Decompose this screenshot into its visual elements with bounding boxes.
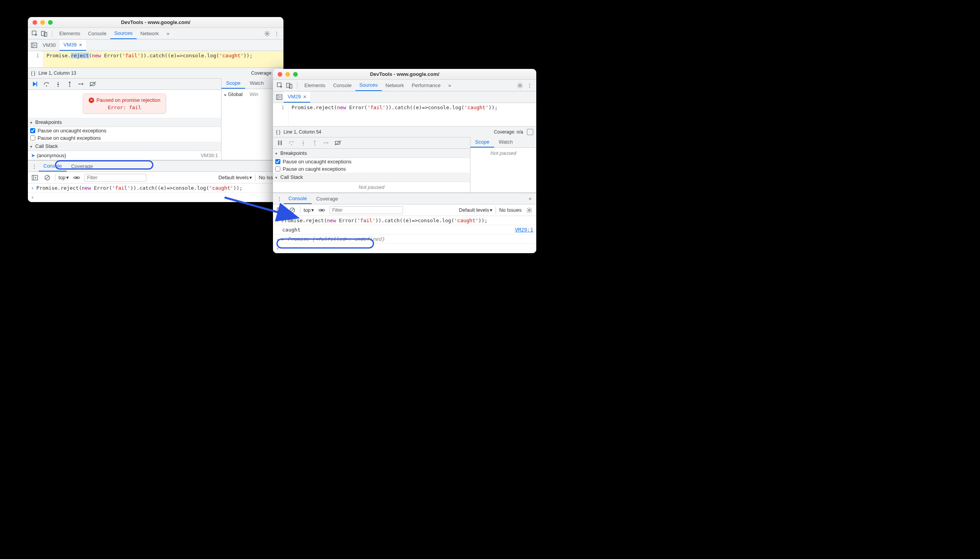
inspect-icon[interactable] bbox=[275, 81, 285, 90]
kebab-icon[interactable]: ⋮ bbox=[525, 81, 534, 90]
navigator-toggle-icon[interactable] bbox=[275, 93, 284, 102]
device-toggle-icon[interactable] bbox=[285, 81, 294, 90]
code-editor[interactable]: 1 Promise.reject(new Error('fail')).catc… bbox=[273, 103, 536, 126]
file-tab-vm29[interactable]: VM29 × bbox=[284, 92, 310, 103]
expand-icon[interactable] bbox=[281, 236, 285, 242]
context-selector[interactable]: top ▾ bbox=[58, 175, 69, 180]
console-sidebar-toggle-icon[interactable] bbox=[30, 173, 39, 182]
inspect-icon[interactable] bbox=[30, 29, 39, 38]
format-icon[interactable]: { } bbox=[31, 70, 35, 76]
filter-input[interactable] bbox=[84, 174, 146, 182]
callstack-header[interactable]: Call Stack bbox=[273, 173, 470, 182]
script-link[interactable]: VM29:1 bbox=[515, 227, 533, 233]
log-levels-selector[interactable]: Default levels ▾ bbox=[459, 207, 493, 213]
bp-caught-checkbox[interactable] bbox=[275, 166, 280, 171]
breakpoints-header[interactable]: Breakpoints bbox=[273, 149, 470, 158]
tabs-overflow[interactable]: » bbox=[163, 28, 173, 39]
svg-point-16 bbox=[69, 86, 70, 87]
close-dot[interactable] bbox=[33, 20, 37, 25]
tab-network[interactable]: Network bbox=[382, 80, 408, 91]
console-sidebar-toggle-icon[interactable] bbox=[275, 206, 285, 215]
drawer-console-tab[interactable]: Console bbox=[284, 194, 312, 204]
tab-console[interactable]: Console bbox=[329, 80, 355, 91]
filter-input[interactable] bbox=[330, 206, 403, 214]
drawer-kebab-icon[interactable]: ⋮ bbox=[275, 194, 284, 203]
file-tab-vm39[interactable]: VM39 × bbox=[60, 40, 86, 51]
deactivate-breakpoints-button[interactable] bbox=[333, 138, 343, 147]
tab-elements[interactable]: Elements bbox=[300, 80, 329, 91]
tab-network[interactable]: Network bbox=[137, 28, 163, 39]
scope-tab[interactable]: Scope bbox=[221, 78, 245, 89]
watch-tab[interactable]: Watch bbox=[494, 137, 517, 147]
step-into-button[interactable] bbox=[53, 79, 63, 89]
live-expression-icon[interactable] bbox=[317, 206, 326, 215]
bp-uncaught-checkbox[interactable] bbox=[275, 159, 280, 164]
chevron-down-icon: ▾ bbox=[311, 207, 314, 213]
drawer-console-tab[interactable]: Console bbox=[39, 161, 67, 171]
minimize-dot[interactable] bbox=[40, 20, 45, 25]
tab-performance[interactable]: Performance bbox=[408, 80, 444, 91]
tab-sources[interactable]: Sources bbox=[355, 80, 382, 91]
step-button[interactable] bbox=[77, 79, 86, 89]
maximize-dot[interactable] bbox=[48, 20, 53, 25]
frame-location[interactable]: VM39:1 bbox=[201, 153, 218, 158]
watch-tab[interactable]: Watch bbox=[245, 78, 268, 89]
titlebar[interactable]: DevTools - www.google.com/ bbox=[28, 17, 283, 28]
drawer-coverage-tab[interactable]: Coverage bbox=[67, 161, 98, 171]
bp-uncaught-checkbox[interactable] bbox=[30, 128, 35, 133]
format-icon[interactable]: { } bbox=[276, 129, 280, 135]
clear-console-icon[interactable] bbox=[288, 206, 297, 215]
clear-console-icon[interactable] bbox=[43, 173, 52, 182]
tabs-overflow[interactable]: » bbox=[445, 80, 455, 91]
bp-pause-uncaught[interactable]: Pause on uncaught exceptions bbox=[28, 127, 221, 134]
console-prompt[interactable]: › bbox=[273, 244, 536, 253]
code-editor[interactable]: 1 Promise.reject(new Error('fail')).catc… bbox=[28, 51, 283, 67]
minimize-dot[interactable] bbox=[285, 72, 290, 77]
device-toggle-icon[interactable] bbox=[39, 29, 49, 38]
pause-button[interactable] bbox=[275, 138, 285, 147]
scope-tab[interactable]: Scope bbox=[470, 137, 494, 147]
breakpoints-header[interactable]: Breakpoints bbox=[28, 118, 221, 127]
step-out-button bbox=[310, 138, 319, 147]
console-input-line[interactable]: › Promise.reject(new Error('fail')).catc… bbox=[28, 183, 283, 193]
drawer-coverage-tab[interactable]: Coverage bbox=[312, 194, 343, 204]
log-levels-selector[interactable]: Default levels ▾ bbox=[218, 175, 252, 180]
close-icon[interactable]: × bbox=[79, 42, 82, 48]
coverage-toggle-icon[interactable] bbox=[527, 129, 533, 135]
bp-pause-caught[interactable]: Pause on caught exceptions bbox=[28, 134, 221, 142]
bp-caught-checkbox[interactable] bbox=[30, 135, 35, 141]
bp-pause-uncaught[interactable]: Pause on uncaught exceptions bbox=[273, 158, 470, 165]
code-line[interactable]: Promise.reject(new Error('fail')).catch(… bbox=[288, 103, 536, 126]
gear-icon[interactable] bbox=[515, 81, 525, 90]
tab-elements[interactable]: Elements bbox=[55, 28, 84, 39]
step-over-button[interactable] bbox=[42, 79, 51, 89]
console-prompt[interactable]: › bbox=[28, 193, 283, 202]
svg-point-46 bbox=[324, 142, 325, 144]
navigator-toggle-icon[interactable] bbox=[29, 41, 39, 50]
issues-button[interactable]: No Issues bbox=[499, 207, 522, 213]
gear-icon[interactable] bbox=[263, 29, 272, 38]
editor-statusbar: { } Line 1, Column 13 Coverage: n/a bbox=[28, 67, 283, 78]
kebab-icon[interactable]: ⋮ bbox=[272, 29, 281, 38]
close-dot[interactable] bbox=[278, 72, 282, 77]
callstack-frame[interactable]: ➤(anonymous) VM39:1 bbox=[28, 151, 221, 160]
context-selector[interactable]: top ▾ bbox=[304, 207, 314, 213]
close-icon[interactable]: × bbox=[303, 94, 306, 100]
deactivate-breakpoints-button[interactable] bbox=[88, 79, 98, 89]
code-line[interactable]: Promise.reject(new Error('fail')).catch(… bbox=[43, 51, 283, 67]
drawer-kebab-icon[interactable]: ⋮ bbox=[29, 161, 39, 171]
bp-pause-caught[interactable]: Pause on caught exceptions bbox=[273, 165, 470, 173]
tab-console[interactable]: Console bbox=[84, 28, 110, 39]
close-drawer-icon[interactable]: × bbox=[525, 194, 535, 203]
resume-button[interactable] bbox=[30, 79, 39, 89]
live-expression-icon[interactable] bbox=[72, 173, 81, 182]
step-out-button[interactable] bbox=[65, 79, 74, 89]
console-settings-icon[interactable] bbox=[525, 206, 534, 215]
file-tab-vm30[interactable]: VM30 bbox=[39, 40, 60, 50]
maximize-dot[interactable] bbox=[293, 72, 298, 77]
console-return-line[interactable]: ‹ Promise {<fulfilled>: undefined} bbox=[273, 235, 536, 244]
console-input-line[interactable]: › Promise.reject(new Error('fail')).catc… bbox=[273, 216, 536, 225]
callstack-header[interactable]: Call Stack bbox=[28, 142, 221, 151]
tab-sources[interactable]: Sources bbox=[110, 28, 137, 39]
titlebar[interactable]: DevTools - www.google.com/ bbox=[273, 69, 536, 80]
